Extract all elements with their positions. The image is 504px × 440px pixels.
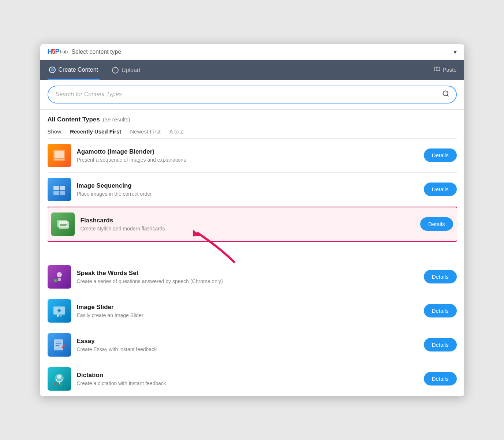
image-slider-svg xyxy=(52,304,67,318)
hub-text: hub xyxy=(60,49,68,54)
content-types-title: All Content Types xyxy=(48,116,100,123)
speak-svg: ✓ xyxy=(52,270,67,284)
h5p-logo: H5P hub xyxy=(48,48,68,56)
image-slider-name: Image Slider xyxy=(77,304,418,311)
agamotto-desc: Present a sequence of images and explana… xyxy=(77,157,418,163)
modal-header-left: H5P hub Select content type xyxy=(48,48,122,56)
svg-rect-4 xyxy=(55,151,64,158)
logo-text: H5P xyxy=(48,48,59,56)
speak-words-name: Speak the Words Set xyxy=(77,270,418,277)
flashcards-icon xyxy=(51,213,75,236)
radio-upload-icon xyxy=(112,67,119,74)
svg-point-23 xyxy=(60,315,62,317)
agamotto-name: Agamotto (Image Blender) xyxy=(77,148,418,155)
image-sequencing-desc: Place images in the correct order xyxy=(77,191,418,197)
content-types-count: (39 results) xyxy=(103,116,130,123)
speak-words-icon: ✓ xyxy=(48,265,71,289)
image-seq-svg xyxy=(52,182,67,197)
image-slider-details-button[interactable]: Details xyxy=(424,304,457,317)
radio-create-icon xyxy=(49,67,56,73)
paste-label: Paste xyxy=(443,67,456,73)
list-item: Dictation Create a dictation with instan… xyxy=(48,362,457,396)
list-item: ✓ Speak the Words Set Create a series of… xyxy=(48,260,457,294)
agamotto-info: Agamotto (Image Blender) Present a seque… xyxy=(77,148,418,163)
flashcards-info: Flashcards Create stylish and modern fla… xyxy=(81,217,414,232)
content-type-modal: H5P hub Select content type ▾ Create Con… xyxy=(40,44,464,396)
svg-rect-7 xyxy=(60,186,65,190)
list-item: Essay Create Essay with instant feedback… xyxy=(48,328,457,362)
search-section xyxy=(40,80,464,110)
svg-rect-6 xyxy=(53,186,59,190)
flashcards-svg xyxy=(56,217,70,232)
image-sequencing-icon xyxy=(48,178,71,201)
svg-point-29 xyxy=(57,375,61,379)
svg-text:✓: ✓ xyxy=(55,279,57,282)
list-item: Image Slider Easily create an Image Slid… xyxy=(48,294,457,328)
paste-icon xyxy=(434,67,440,73)
agamotto-icon xyxy=(48,144,71,167)
essay-icon xyxy=(48,333,71,357)
svg-rect-32 xyxy=(57,383,59,385)
svg-line-2 xyxy=(447,95,448,96)
dictation-name: Dictation xyxy=(77,372,418,379)
flashcards-desc: Create stylish and modern flashcards xyxy=(81,226,414,232)
image-slider-desc: Easily create an Image Slider xyxy=(77,312,418,318)
speak-words-details-button[interactable]: Details xyxy=(424,270,457,283)
tab-create-content[interactable]: Create Content xyxy=(48,60,100,80)
speak-words-desc: Create a series of questions answered by… xyxy=(77,278,418,284)
dictation-desc: Create a dictation with instant feedback xyxy=(77,380,418,386)
tabs-left: Create Content Upload xyxy=(48,60,142,80)
tabs-bar: Create Content Upload Paste xyxy=(40,60,464,80)
chevron-down-icon[interactable]: ▾ xyxy=(453,48,457,56)
agamotto-svg xyxy=(52,148,67,163)
essay-desc: Create Essay with instant feedback xyxy=(77,346,418,352)
modal-header: H5P hub Select content type ▾ xyxy=(40,44,464,60)
svg-rect-9 xyxy=(60,191,65,195)
svg-point-1 xyxy=(443,91,448,95)
show-label: Show: xyxy=(48,128,63,135)
content-area: All Content Types (39 results) Show: Rec… xyxy=(40,110,464,396)
search-button[interactable] xyxy=(436,86,456,103)
svg-rect-8 xyxy=(53,191,59,195)
dictation-icon xyxy=(48,367,71,391)
dictation-info: Dictation Create a dictation with instan… xyxy=(77,372,418,386)
svg-rect-16 xyxy=(58,278,61,281)
speak-words-info: Speak the Words Set Create a series of q… xyxy=(77,270,418,284)
image-sequencing-info: Image Sequencing Place images in the cor… xyxy=(77,182,418,197)
essay-details-button[interactable]: Details xyxy=(424,338,457,351)
sort-recently-used[interactable]: Recently Used First xyxy=(68,128,123,135)
content-list: Agamotto (Image Blender) Present a seque… xyxy=(48,138,457,396)
sort-a-to-z[interactable]: A to Z xyxy=(168,128,185,135)
svg-rect-31 xyxy=(54,383,56,385)
image-slider-icon xyxy=(48,299,71,323)
search-icon xyxy=(442,90,449,97)
svg-point-22 xyxy=(57,315,59,317)
svg-rect-24 xyxy=(54,339,63,350)
flashcards-list-item: Flashcards Create stylish and modern fla… xyxy=(48,207,457,242)
image-slider-info: Image Slider Easily create an Image Slid… xyxy=(77,304,418,318)
tab-upload[interactable]: Upload xyxy=(111,60,142,79)
tab-upload-label: Upload xyxy=(122,67,140,74)
sort-newest-first[interactable]: Newest First xyxy=(128,128,162,135)
svg-rect-5 xyxy=(55,159,64,160)
list-item: Agamotto (Image Blender) Present a seque… xyxy=(48,139,457,173)
paste-button[interactable]: Paste xyxy=(434,63,456,77)
flashcards-name: Flashcards xyxy=(81,217,414,224)
search-wrapper xyxy=(48,86,457,104)
svg-rect-11 xyxy=(59,221,69,229)
search-input[interactable] xyxy=(48,87,436,102)
dictation-svg xyxy=(52,372,67,386)
agamotto-details-button[interactable]: Details xyxy=(424,148,457,162)
image-sequencing-name: Image Sequencing xyxy=(77,182,418,189)
essay-svg xyxy=(52,338,67,352)
arrow-spacer xyxy=(48,242,457,260)
svg-point-15 xyxy=(57,272,62,277)
essay-info: Essay Create Essay with instant feedback xyxy=(77,338,418,352)
content-types-header: All Content Types (39 results) xyxy=(48,116,457,123)
image-sequencing-details-button[interactable]: Details xyxy=(424,183,457,196)
dictation-details-button[interactable]: Details xyxy=(424,372,457,386)
list-item: Image Sequencing Place images in the cor… xyxy=(48,173,457,207)
modal-title: Select content type xyxy=(71,49,121,55)
flashcards-details-button[interactable]: Details xyxy=(420,217,453,231)
svg-rect-33 xyxy=(60,383,62,385)
